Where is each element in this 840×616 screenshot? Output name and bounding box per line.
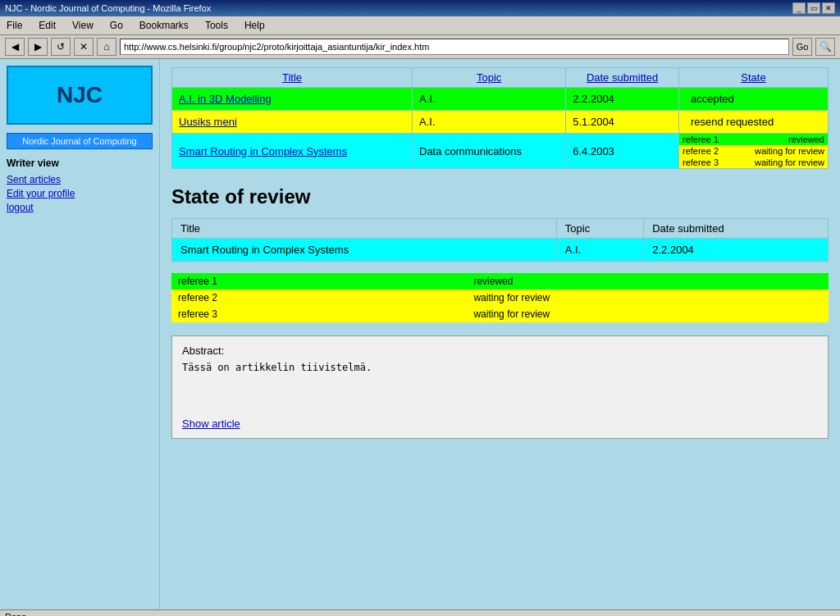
sidebar-edit-profile[interactable]: Edit your profile xyxy=(7,188,153,199)
review-date: 2.2.2004 xyxy=(644,239,829,262)
refresh-button[interactable]: ↺ xyxy=(51,38,71,56)
referee-state-3: referee 3 waiting for review xyxy=(679,157,828,168)
table-row: Smart Routing in Complex Systems Data co… xyxy=(172,134,829,169)
col-title[interactable]: Title xyxy=(172,68,413,88)
articles-table: Title Topic Date submitted State A.I. in… xyxy=(171,67,829,169)
home-button[interactable]: ⌂ xyxy=(97,38,116,56)
col-state[interactable]: State xyxy=(678,68,828,88)
menu-file[interactable]: File xyxy=(3,18,25,33)
article-date-3: 6.4.2003 xyxy=(566,134,679,169)
article-state-3: referee 1 reviewed referee 2 waiting for… xyxy=(678,134,828,169)
article-link-1[interactable]: A.I. in 3D Modelling xyxy=(179,93,272,105)
state-badge-accepted: accepted xyxy=(686,91,821,107)
menu-bar: File Edit View Go Bookmarks Tools Help xyxy=(0,16,840,35)
main-content: Title Topic Date submitted State A.I. in… xyxy=(160,59,840,609)
review-referee-status-3: waiting for review xyxy=(467,306,829,322)
abstract-box: Abstract: Tässä on artikkelin tiivistelm… xyxy=(171,335,829,439)
article-title-1: A.I. in 3D Modelling xyxy=(172,88,413,111)
sidebar: NJC Nordic Journal of Computing Writer v… xyxy=(0,59,160,609)
stop-button[interactable]: ✕ xyxy=(74,38,94,56)
status-bar: Done xyxy=(0,609,840,616)
review-col-title: Title xyxy=(172,219,557,239)
table-row: Uusiks meni A.I. 5.1.2004 resend request… xyxy=(172,111,829,134)
address-input[interactable] xyxy=(120,39,789,55)
search-button[interactable]: 🔍 xyxy=(815,38,835,56)
state-badge-resend: resend requested xyxy=(686,114,821,130)
referee-name-3: referee 3 xyxy=(682,157,719,167)
brand-button[interactable]: Nordic Journal of Computing xyxy=(7,133,153,149)
table-row: A.I. in 3D Modelling A.I. 2.2.2004 accep… xyxy=(172,88,829,111)
title-bar: NJC - Nordic Journal of Computing - Mozi… xyxy=(0,0,840,16)
sidebar-section-title: Writer view xyxy=(7,157,153,169)
col-date[interactable]: Date submitted xyxy=(566,68,679,88)
article-link-2[interactable]: Uusiks meni xyxy=(179,116,237,128)
article-topic-2: A.I. xyxy=(413,111,566,134)
show-article-link[interactable]: Show article xyxy=(182,418,240,430)
review-heading: State of review xyxy=(171,185,829,208)
review-referee-status-2: waiting for review xyxy=(467,290,829,306)
article-title-3: Smart Routing in Complex Systems xyxy=(172,134,413,169)
abstract-text: Tässä on artikkelin tiivistelmä. xyxy=(182,362,818,411)
menu-go[interactable]: Go xyxy=(107,18,126,33)
article-state-1: accepted xyxy=(678,88,828,111)
referee-state-2: referee 2 waiting for review xyxy=(679,145,828,157)
article-date-2: 5.1.2004 xyxy=(566,111,679,134)
menu-edit[interactable]: Edit xyxy=(35,18,59,33)
site-logo: NJC xyxy=(7,66,153,125)
referee-row-2: referee 2 waiting for review xyxy=(171,290,829,306)
article-topic-3: Data communications xyxy=(413,134,566,169)
status-text: Done xyxy=(5,612,26,616)
menu-tools[interactable]: Tools xyxy=(202,18,231,33)
minimize-button[interactable]: _ xyxy=(792,2,806,14)
review-referee-status-1: reviewed xyxy=(467,273,829,290)
referee-row-3: referee 3 waiting for review xyxy=(171,306,829,322)
window-controls[interactable]: _ ▭ ✕ xyxy=(792,2,835,14)
abstract-label: Abstract: xyxy=(182,345,818,357)
review-topic: A.I. xyxy=(556,239,643,262)
back-button[interactable]: ◀ xyxy=(5,38,25,56)
review-col-topic: Topic xyxy=(556,219,643,239)
restore-button[interactable]: ▭ xyxy=(807,2,820,14)
toolbar: ◀ ▶ ↺ ✕ ⌂ Go 🔍 xyxy=(0,35,840,59)
review-title: Smart Routing in Complex Systems xyxy=(172,239,557,262)
sidebar-logout[interactable]: logout xyxy=(7,202,153,213)
sidebar-sent-articles[interactable]: Sent articles xyxy=(7,174,153,185)
forward-button[interactable]: ▶ xyxy=(28,38,48,56)
col-topic[interactable]: Topic xyxy=(413,68,566,88)
menu-help[interactable]: Help xyxy=(241,18,268,33)
page-wrapper: NJC Nordic Journal of Computing Writer v… xyxy=(0,59,840,609)
referee-status-1: reviewed xyxy=(788,135,824,144)
window-title: NJC - Nordic Journal of Computing - Mozi… xyxy=(5,3,211,13)
menu-view[interactable]: View xyxy=(69,18,97,33)
review-col-date: Date submitted xyxy=(644,219,829,239)
referee-status-2: waiting for review xyxy=(755,146,824,156)
article-topic-1: A.I. xyxy=(413,88,566,111)
close-button[interactable]: ✕ xyxy=(822,2,835,14)
review-table: Title Topic Date submitted Smart Routing… xyxy=(171,218,829,262)
go-button[interactable]: Go xyxy=(792,38,812,56)
review-referee-name-1: referee 1 xyxy=(171,273,467,290)
review-row: Smart Routing in Complex Systems A.I. 2.… xyxy=(172,239,829,262)
referee-row-1: referee 1 reviewed xyxy=(171,273,829,290)
referee-name-1: referee 1 xyxy=(682,135,719,144)
menu-bookmarks[interactable]: Bookmarks xyxy=(136,18,192,33)
article-link-3[interactable]: Smart Routing in Complex Systems xyxy=(179,145,347,157)
review-referee-name-3: referee 3 xyxy=(171,306,467,322)
referee-status-3: waiting for review xyxy=(755,157,824,167)
referee-name-2: referee 2 xyxy=(682,146,719,156)
article-state-2: resend requested xyxy=(678,111,828,134)
article-title-2: Uusiks meni xyxy=(172,111,413,134)
article-date-1: 2.2.2004 xyxy=(566,88,679,111)
referee-state-1: referee 1 reviewed xyxy=(679,134,828,145)
review-referee-name-2: referee 2 xyxy=(171,290,467,306)
referee-status-table: referee 1 reviewed referee 2 waiting for… xyxy=(171,273,829,322)
